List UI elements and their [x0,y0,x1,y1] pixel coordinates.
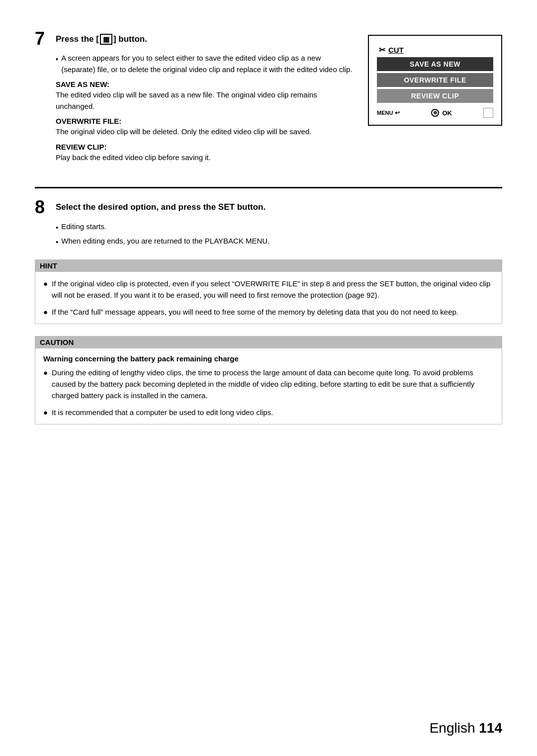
step8-header-row: 8 Select the desired option, and press t… [35,198,502,216]
ok-label: OK [442,109,452,117]
step-divider [35,187,502,188]
bullet-dot-2: • [56,222,58,234]
step7-section: 7 Press the [▩] button. • A screen appea… [35,30,502,177]
hint-body: ● If the original video clip is protecte… [35,272,502,324]
caution-bullet1: ● During the editing of lengthy video cl… [43,367,494,402]
menu-arrow-icon: ↩ [395,109,400,116]
ok-circle-icon: ⊕ [431,109,439,117]
scissors-icon: ✂ [379,45,385,55]
review-section: REVIEW CLIP: Play back the edited video … [56,143,353,164]
panel-ok-button[interactable]: ⊕ OK [431,109,452,117]
review-text: Play back the edited video clip before s… [56,152,353,164]
caution-warning-title: Warning concerning the battery pack rema… [43,354,494,363]
panel-right-box [483,108,493,118]
step7-left: 7 Press the [▩] button. • A screen appea… [35,30,353,167]
caution-section: CAUTION Warning concerning the battery p… [35,336,502,424]
overwrite-menu-item[interactable]: OVERWRITE FILE [377,73,493,87]
caution-bullet2: ● It is recommended that a computer be u… [43,407,494,418]
step8-bullet1-text: Editing starts. [61,221,106,234]
step7-content: • A screen appears for you to select eit… [56,53,353,163]
step7-title: Press the [▩] button. [56,30,147,45]
overwrite-section: OVERWRITE FILE: The original video clip … [56,117,353,138]
caution-bullet1-text: During the editing of lengthy video clip… [52,367,494,402]
hint-bullet1: ● If the original video clip is protecte… [43,278,494,301]
panel-menu-button[interactable]: MENU ↩ [377,109,400,116]
save-as-new-text: The edited video clip will be saved as a… [56,89,353,112]
save-new-menu-item[interactable]: SAVE AS NEW [377,57,493,71]
step7-bullet1: • A screen appears for you to select eit… [56,53,353,75]
cut-label: CUT [388,46,404,54]
step8-bullet1: • Editing starts. [56,221,502,234]
caution-header: CAUTION [35,336,502,348]
page-number: 114 [479,720,502,736]
step8-bullet2-text: When editing ends, you are returned to t… [61,236,269,248]
cut-menu-item[interactable]: ✂ CUT [377,43,493,57]
save-as-new-section: SAVE AS NEW: The edited video clip will … [56,80,353,112]
page-language: English [430,720,475,736]
caution-bullet1-dot: ● [43,367,48,402]
step8-title: Select the desired option, and press the… [56,198,266,212]
step8-number: 8 [35,198,50,216]
review-label: REVIEW CLIP: [56,143,353,151]
step7-number: 7 [35,30,50,48]
step8-content: • Editing starts. • When editing ends, y… [56,221,502,248]
step8-bullet2: • When editing ends, you are returned to… [56,236,502,248]
step7-header: 7 Press the [▩] button. [35,30,353,48]
overwrite-label: OVERWRITE FILE: [56,117,353,125]
overwrite-text: The original video clip will be deleted.… [56,126,353,138]
hint-bullet2: ● If the “Card full” message appears, yo… [43,306,494,318]
menu-label: MENU [377,110,393,116]
caution-bullet2-dot: ● [43,407,48,418]
camera-icon: ▩ [100,34,112,45]
hint-section: HINT ● If the original video clip is pro… [35,259,502,324]
step7-right: ✂ CUT SAVE AS NEW OVERWRITE FILE REVIEW … [368,30,502,167]
caution-bullet2-text: It is recommended that a computer be use… [52,407,273,418]
camera-panel: ✂ CUT SAVE AS NEW OVERWRITE FILE REVIEW … [368,35,502,126]
hint-bullet2-text: If the “Card full” message appears, you … [52,306,458,318]
page-container: 7 Press the [▩] button. • A screen appea… [0,0,537,756]
page-footer: English 114 [430,720,502,736]
bullet-dot: • [56,54,58,75]
hint-bullet2-dot: ● [43,306,48,318]
hint-bullet1-dot: ● [43,278,48,301]
step8-section: 8 Select the desired option, and press t… [35,198,502,248]
hint-header: HINT [35,259,502,272]
save-as-new-label: SAVE AS NEW: [56,80,353,88]
panel-footer: MENU ↩ ⊕ OK [377,108,493,118]
review-menu-item[interactable]: REVIEW CLIP [377,89,493,103]
caution-body: Warning concerning the battery pack rema… [35,348,502,424]
hint-bullet1-text: If the original video clip is protected,… [52,278,494,301]
bullet-dot-3: • [56,237,58,248]
step7-bullet1-text: A screen appears for you to select eithe… [61,53,353,75]
